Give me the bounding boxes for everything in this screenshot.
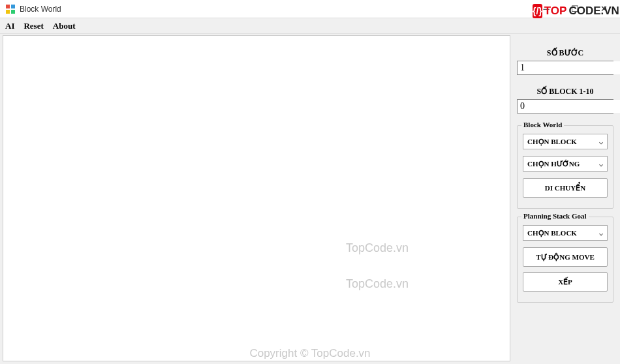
select-block-label: CHỌN BLOCK (527, 138, 577, 146)
plan-select-block-combo[interactable]: CHỌN BLOCK ⌵ (523, 225, 608, 241)
canvas-area: TopCode.vn TopCode.vn (3, 35, 510, 361)
group-planning: Planning Stack Goal CHỌN BLOCK ⌵ TỰ ĐỘNG… (517, 217, 613, 303)
group-block-world: Block World CHỌN BLOCK ⌵ CHỌN HƯỚNG ⌵ DI… (517, 125, 613, 209)
steps-label: SỐ BƯỚC (517, 48, 613, 58)
plan-select-block-label: CHỌN BLOCK (527, 229, 577, 237)
svg-rect-1 (11, 5, 15, 8)
blocks-spinner[interactable]: ▲ ▼ (517, 99, 613, 114)
watermark-text: TopCode.vn (346, 277, 409, 291)
sort-button-label: XẾP (558, 278, 572, 286)
move-button-label: DI CHUYỂN (545, 184, 585, 192)
auto-move-button-label: TỰ ĐỘNG MOVE (536, 253, 595, 262)
chevron-down-icon: ⌵ (599, 160, 603, 168)
group-planning-title: Planning Stack Goal (521, 212, 589, 220)
select-direction-label: CHỌN HƯỚNG (527, 160, 580, 168)
menu-reset[interactable]: Reset (23, 21, 43, 31)
chevron-down-icon: ⌵ (599, 230, 603, 237)
window-title: Block World (20, 5, 61, 14)
close-button[interactable]: ✕ (590, 1, 617, 17)
steps-spinner[interactable]: ▲ ▼ (517, 61, 613, 75)
select-block-combo[interactable]: CHỌN BLOCK ⌵ (523, 134, 608, 149)
side-panel: SỐ BƯỚC ▲ ▼ SỐ BLOCK 1-10 ▲ ▼ Block Worl… (513, 34, 620, 364)
blocks-label: SỐ BLOCK 1-10 (517, 87, 613, 97)
watermark-text: TopCode.vn (346, 241, 409, 255)
svg-rect-2 (6, 10, 10, 14)
svg-rect-3 (11, 10, 15, 14)
chevron-down-icon: ⌵ (599, 138, 603, 145)
app-icon (5, 4, 16, 14)
menu-about[interactable]: About (53, 21, 76, 31)
group-block-title: Block World (521, 121, 564, 129)
titlebar: Block World ─ ☐ ✕ (0, 0, 620, 18)
blocks-input[interactable] (518, 100, 620, 113)
select-direction-combo[interactable]: CHỌN HƯỚNG ⌵ (523, 156, 608, 172)
menubar: AI Reset About (0, 18, 620, 34)
sort-button[interactable]: XẾP (523, 272, 608, 292)
move-button[interactable]: DI CHUYỂN (523, 178, 608, 198)
maximize-button[interactable]: ☐ (561, 1, 589, 17)
svg-rect-0 (6, 5, 10, 8)
auto-move-button[interactable]: TỰ ĐỘNG MOVE (523, 247, 608, 267)
steps-input[interactable] (518, 61, 620, 74)
minimize-button[interactable]: ─ (533, 1, 560, 17)
menu-ai[interactable]: AI (5, 21, 14, 31)
